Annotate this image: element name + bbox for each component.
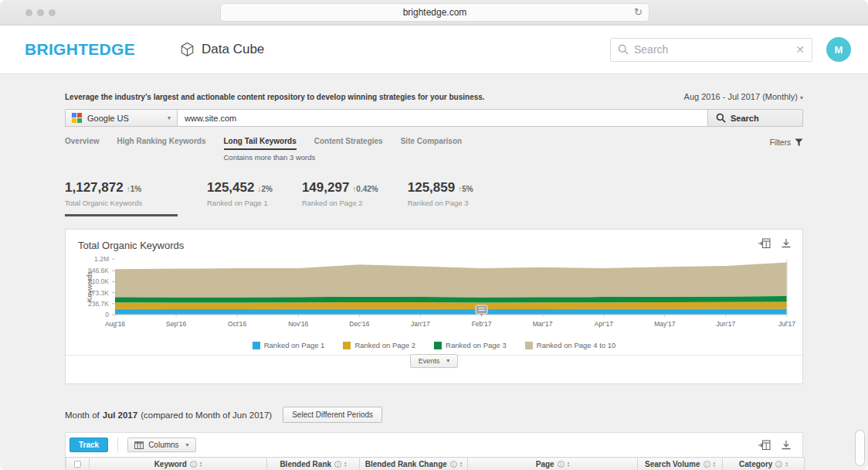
scrollbar-thumb[interactable]	[855, 430, 865, 466]
window-controls[interactable]	[25, 9, 56, 16]
stat-value: 1,127,872	[65, 180, 124, 196]
legend-item-ranked-on-page-4-to-10[interactable]: Ranked on Page 4 to 10	[525, 341, 615, 349]
sort-icon[interactable]: ▴▾	[200, 461, 202, 467]
global-search-box[interactable]: Search ✕	[610, 38, 812, 62]
divider	[117, 438, 118, 452]
info-icon[interactable]: i	[704, 461, 710, 468]
sort-icon[interactable]: ▴▾	[568, 461, 570, 467]
info-icon[interactable]: i	[558, 461, 565, 468]
svg-text:Jun'17: Jun'17	[717, 320, 736, 328]
header-content: Search Volumei▴▾	[638, 460, 722, 468]
track-button[interactable]: Track	[70, 438, 108, 452]
legend-swatch	[253, 342, 260, 349]
minimize-window-button[interactable]	[37, 9, 44, 16]
tabs: OverviewHigh Ranking KeywordsLong Tail K…	[65, 137, 462, 150]
column-header-blended-rank-change[interactable]: Blended Rank Changei▴▾	[360, 458, 468, 470]
column-header-blended-rank[interactable]: Blended Ranki▴▾	[267, 458, 360, 470]
header-content: Blended Rank Changei▴▾	[360, 460, 467, 468]
legend-swatch	[525, 342, 533, 349]
stat-value-row: 149,297↑0.42%	[302, 180, 378, 196]
up-arrow-icon: ↑	[127, 185, 131, 193]
refresh-icon[interactable]: ↻	[634, 6, 643, 18]
address-bar[interactable]: brightedge.com ↻	[220, 3, 649, 22]
stat-label: Ranked on Page 1	[207, 199, 273, 207]
select-different-periods-button[interactable]: Select Different Periods	[283, 407, 382, 423]
stat-label: Ranked on Page 3	[408, 199, 473, 207]
svg-text:Jul'17: Jul'17	[778, 320, 795, 328]
chevron-down-icon: ▾	[800, 94, 803, 101]
tagline-text: Leverage the industry's largest and acti…	[65, 93, 485, 101]
stat-delta: ↓2%	[257, 185, 272, 193]
tab-overview[interactable]: Overview	[65, 137, 99, 150]
stacked-area-chart[interactable]: 0236.7K473.3K710.0K946.6K1.2MAug'16Sep'1…	[66, 251, 802, 339]
tab-site-comparison[interactable]: Site Comparison	[401, 137, 462, 150]
date-range-selector[interactable]: Aug 2016 - Jul 2017 (Monthly)▾	[684, 92, 803, 101]
header-label: Category	[739, 460, 772, 468]
stat-delta: ↑5%	[458, 185, 473, 193]
info-icon[interactable]: i	[334, 461, 341, 468]
maximize-window-button[interactable]	[49, 9, 56, 16]
svg-text:Feb'17: Feb'17	[472, 320, 492, 328]
legend-swatch	[434, 342, 442, 349]
info-icon[interactable]: i	[775, 461, 782, 468]
legend-item-ranked-on-page-2[interactable]: Ranked on Page 2	[343, 341, 415, 349]
stat-delta: ↑0.42%	[352, 185, 378, 193]
global-search-placeholder: Search	[634, 43, 790, 56]
column-header-search-volume[interactable]: Search Volumei▴▾	[638, 458, 723, 470]
sort-icon[interactable]: ▴▾	[344, 461, 347, 467]
legend-label: Ranked on Page 2	[354, 341, 415, 349]
up-arrow-icon: ↑	[458, 185, 462, 193]
tab-high-ranking-keywords[interactable]: High Ranking Keywords	[117, 137, 205, 150]
stat-value: 125,859	[408, 180, 455, 196]
header-content: Blended Ranki▴▾	[267, 460, 359, 468]
stat-ranked-on-page-1[interactable]: 125,452↓2%Ranked on Page 1	[207, 180, 273, 216]
sort-icon[interactable]: ▴▾	[714, 461, 716, 467]
column-header-keyword[interactable]: Keywordi▴▾	[90, 458, 267, 470]
column-header-page[interactable]: Pagei▴▾	[468, 458, 638, 470]
period-comparison: (compared to Month of Jun 2017)	[141, 410, 272, 420]
close-icon[interactable]: ✕	[795, 43, 805, 56]
stat-delta: ↑1%	[127, 185, 141, 193]
info-icon[interactable]: i	[190, 461, 197, 468]
sort-icon[interactable]: ▴▾	[785, 461, 788, 467]
info-icon[interactable]: i	[450, 461, 457, 468]
stat-total-organic-keywords[interactable]: 1,127,872↑1%Total Organic Keywords	[65, 180, 178, 216]
svg-text:Apr'17: Apr'17	[595, 320, 614, 328]
stat-label: Ranked on Page 2	[302, 199, 378, 207]
stat-ranked-on-page-3[interactable]: 125,859↑5%Ranked on Page 3	[408, 180, 473, 216]
chart-card: Total Organic Keywords 0236.7K473.3K710.…	[65, 229, 803, 384]
table-header-row: Keywordi▴▾Blended Ranki▴▾Blended Rank Ch…	[66, 458, 805, 470]
events-button[interactable]: Events ▾	[410, 354, 459, 368]
select-all-checkbox[interactable]	[66, 458, 90, 470]
tab-bar: OverviewHigh Ranking KeywordsLong Tail K…	[65, 137, 803, 150]
sort-icon[interactable]: ▴▾	[460, 461, 463, 467]
close-window-button[interactable]	[25, 9, 32, 16]
column-header-category[interactable]: Categoryi▴▾	[723, 458, 805, 470]
columns-grid-icon	[134, 441, 144, 449]
add-to-dashboard-icon[interactable]	[758, 238, 771, 249]
legend-item-ranked-on-page-3[interactable]: Ranked on Page 3	[434, 341, 507, 349]
tab-content-strategies[interactable]: Content Strategies	[314, 137, 383, 150]
brightedge-logo[interactable]: BRIGHTEDGE	[25, 40, 135, 59]
tab-long-tail-keywords[interactable]: Long Tail Keywords	[224, 137, 297, 150]
site-url-input[interactable]	[178, 109, 708, 127]
add-to-dashboard-icon[interactable]	[758, 440, 771, 451]
avatar[interactable]: M	[826, 37, 851, 62]
header-label: Blended Rank	[280, 460, 331, 468]
legend-label: Ranked on Page 1	[264, 341, 325, 349]
area-series-1	[115, 309, 787, 315]
legend-item-ranked-on-page-1[interactable]: Ranked on Page 1	[253, 341, 325, 349]
download-icon[interactable]	[781, 440, 792, 451]
stat-ranked-on-page-2[interactable]: 149,297↑0.42%Ranked on Page 2	[302, 180, 378, 216]
url-text: brightedge.com	[403, 7, 467, 18]
download-icon[interactable]	[781, 238, 792, 249]
svg-text:Dec'16: Dec'16	[349, 320, 369, 328]
search-engine-select[interactable]: Google US ▾	[65, 109, 178, 127]
header-content: Categoryi▴▾	[723, 460, 804, 468]
columns-button[interactable]: Columns ▾	[127, 438, 195, 452]
filters-button[interactable]: Filters	[770, 138, 803, 150]
header-label: Keyword	[154, 460, 187, 468]
search-button[interactable]: Search	[708, 109, 803, 127]
app-title-text: Data Cube	[202, 42, 264, 57]
app-title: Data Cube	[180, 42, 264, 57]
